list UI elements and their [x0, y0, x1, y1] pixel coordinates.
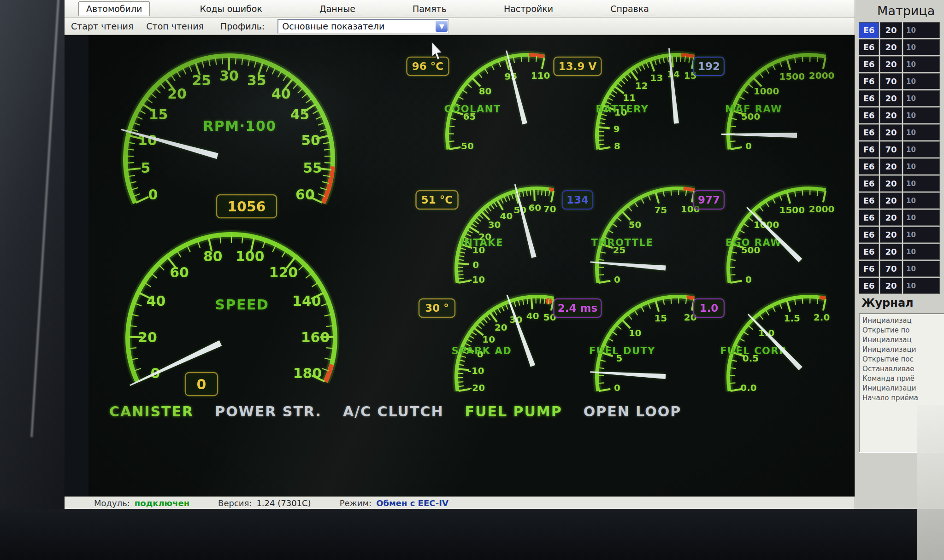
scale-label: 13 — [650, 72, 663, 83]
matrix-cell[interactable]: 10 — [903, 107, 940, 123]
matrix-cell[interactable]: 20 — [880, 22, 902, 38]
matrix-cell[interactable]: 10 — [903, 124, 940, 140]
matrix-cell[interactable]: 10 — [903, 210, 940, 226]
matrix-cell[interactable]: 70 — [880, 73, 902, 89]
scale-label: 0 — [745, 140, 752, 152]
matrix-cell[interactable]: E6 — [859, 175, 879, 192]
scale-label: 9 — [614, 123, 620, 134]
matrix-cell[interactable]: 10 — [903, 175, 940, 192]
matrix-cell[interactable]: E6 — [859, 22, 879, 38]
matrix-cell[interactable]: E6 — [859, 90, 879, 106]
matrix-cell[interactable]: E6 — [859, 56, 879, 72]
scale-label: 50 — [629, 219, 642, 230]
menu-tab-2[interactable]: Коды ошибок — [192, 2, 269, 16]
matrix-cell[interactable]: 10 — [903, 227, 940, 243]
throttle-gauge-svg: 0255075100THROTTLE134 — [546, 177, 698, 287]
scale-label: 50 — [301, 132, 320, 148]
scale-label: 0 — [745, 274, 752, 285]
toolbar: Старт чтения Стоп чтения Профиль: Основн… — [65, 18, 855, 35]
matrix-cell[interactable]: 10 — [903, 22, 940, 38]
matrix-cell[interactable]: 10 — [903, 261, 940, 277]
chevron-down-icon[interactable]: ▼ — [436, 21, 448, 32]
matrix-cell[interactable]: 70 — [880, 261, 902, 277]
stop-reading-button[interactable]: Стоп чтения — [146, 21, 204, 31]
matrix-title: Матрица — [877, 4, 935, 18]
matrix-cell[interactable]: E6 — [859, 278, 879, 294]
scale-label: 45 — [290, 106, 310, 122]
matrix-cell[interactable]: E6 — [859, 124, 879, 140]
matrix-cell[interactable]: 10 — [903, 39, 940, 55]
matrix-cell[interactable]: 20 — [880, 278, 902, 294]
matrix-cell[interactable]: 10 — [903, 141, 940, 158]
maf-gauge-svg: 0500100015002000MAF RAW192 — [678, 43, 830, 154]
scale-label: 15 — [149, 106, 168, 122]
scale-label: 8 — [614, 140, 620, 152]
needle — [514, 184, 537, 258]
scale-label: -10 — [468, 274, 485, 285]
scale-label: 60 — [528, 202, 541, 213]
mode-value: Обмен с EEC-IV — [376, 498, 448, 508]
matrix-cell[interactable]: 10 — [903, 90, 940, 106]
scale-label: 0 — [148, 187, 158, 203]
scale-label: 12 — [635, 80, 648, 91]
gauge-name: EGO RAW — [726, 237, 782, 248]
scale-label: 100 — [236, 248, 265, 264]
matrix-cell[interactable]: F6 — [859, 261, 879, 277]
matrix-cell[interactable]: 20 — [880, 90, 902, 106]
matrix-cell[interactable]: E6 — [859, 244, 879, 260]
scale-label: 0.0 — [740, 382, 756, 393]
matrix-cell[interactable]: 20 — [880, 244, 902, 260]
matrix-cell[interactable]: E6 — [859, 227, 879, 243]
value-text: 0 — [197, 376, 206, 392]
matrix-cell[interactable]: E6 — [859, 210, 879, 226]
version-label: Версия: — [218, 498, 252, 508]
scale-label: 10 — [629, 327, 642, 338]
matrix-cell[interactable]: 20 — [880, 192, 902, 209]
matrix-cell[interactable]: 20 — [880, 39, 902, 55]
menu-tab-1[interactable]: Автомобили — [78, 1, 150, 16]
menu-tab-5[interactable]: Настройки — [496, 2, 560, 16]
scale-label: 20 — [167, 86, 187, 102]
matrix-cell[interactable]: 10 — [903, 56, 940, 72]
matrix-cell[interactable]: 10 — [903, 244, 940, 260]
spark-gauge-svg: -20-1001020304050SPARK AD30 ° — [406, 285, 558, 396]
menu-tab-6[interactable]: Справка — [603, 2, 656, 16]
matrix-cell[interactable]: E6 — [859, 192, 879, 209]
version-value: 1.24 (7301C) — [256, 498, 311, 508]
scale-label: 2.0 — [814, 312, 830, 323]
scale-label: 20 — [495, 322, 507, 333]
matrix-cell[interactable]: 20 — [880, 124, 902, 140]
scale-label: 40 — [526, 310, 539, 321]
matrix-cell[interactable]: F6 — [859, 141, 879, 158]
matrix-cell[interactable]: 20 — [880, 175, 902, 192]
mouse-cursor-icon — [431, 41, 443, 63]
matrix-cell[interactable]: 20 — [880, 227, 902, 243]
scale-label: 55 — [303, 160, 322, 176]
profile-select[interactable]: Основные показатели ▼ — [277, 19, 449, 34]
status-indicator-row: CANISTERPOWER STR.A/C CLUTCHFUEL PUMPOPE… — [109, 403, 681, 420]
log-entry: Инициализац — [862, 316, 944, 326]
matrix-cell[interactable]: E6 — [859, 158, 879, 175]
menu-tab-4[interactable]: Память — [405, 2, 454, 16]
gauge-coolant: 50658095110COOLANT96 °C — [396, 43, 549, 154]
matrix-cell[interactable]: 10 — [903, 158, 940, 175]
value-text: 192 — [698, 60, 720, 72]
indicator-canister: CANISTER — [109, 403, 194, 420]
menu-tab-3[interactable]: Данные — [312, 2, 363, 16]
matrix-cell[interactable]: 70 — [880, 141, 902, 158]
matrix-cell[interactable]: 10 — [903, 278, 940, 294]
matrix-cell[interactable]: 10 — [903, 192, 940, 209]
matrix-cell[interactable]: 20 — [880, 158, 902, 175]
matrix-cell[interactable]: E6 — [859, 107, 879, 123]
mode-label: Режим: — [340, 498, 372, 508]
scale-label: 20 — [138, 329, 157, 345]
matrix-cell[interactable]: 20 — [880, 56, 902, 72]
matrix-cell[interactable]: F6 — [859, 73, 879, 89]
start-reading-button[interactable]: Старт чтения — [71, 21, 133, 31]
scale-label: 180 — [293, 365, 322, 381]
scale-label: 1500 — [779, 204, 805, 216]
matrix-cell[interactable]: 20 — [880, 107, 902, 123]
matrix-cell[interactable]: 20 — [880, 210, 902, 226]
matrix-cell[interactable]: E6 — [859, 39, 879, 55]
matrix-cell[interactable]: 10 — [903, 73, 940, 89]
